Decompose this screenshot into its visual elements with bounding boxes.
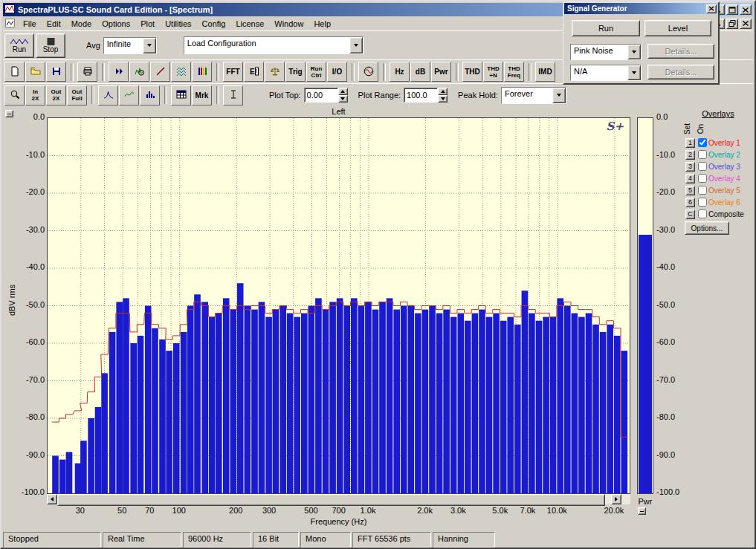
menu-window[interactable]: Window bbox=[269, 18, 308, 30]
hz-units-button[interactable]: Hz bbox=[390, 62, 410, 82]
overlay-set-button-3[interactable]: 3 bbox=[685, 162, 695, 172]
overlay-set-button-1[interactable]: 1 bbox=[685, 138, 695, 148]
waterfall-view-button[interactable] bbox=[171, 62, 191, 82]
menu-license[interactable]: License bbox=[230, 18, 269, 30]
configuration-combobox[interactable]: Load Configuration bbox=[184, 36, 364, 54]
chevron-down-icon[interactable] bbox=[627, 45, 641, 59]
menu-config[interactable]: Config bbox=[197, 18, 231, 30]
scrollbar-thumb[interactable] bbox=[57, 494, 605, 506]
power-units-button[interactable]: Pwr bbox=[431, 62, 451, 82]
generator-run-button[interactable]: Run bbox=[572, 20, 640, 36]
overlay-options-button[interactable]: Options... bbox=[685, 221, 729, 235]
new-file-button[interactable] bbox=[4, 62, 25, 82]
thd-n-button[interactable]: THD +N bbox=[483, 62, 503, 82]
fft-settings-button[interactable]: FFT bbox=[223, 62, 243, 82]
close-button[interactable] bbox=[740, 4, 752, 15]
overlay-on-checkbox-6[interactable] bbox=[698, 198, 707, 207]
open-file-button[interactable] bbox=[25, 62, 45, 82]
time-series-view-button[interactable] bbox=[109, 62, 129, 82]
spin-down-button[interactable] bbox=[338, 95, 348, 103]
chevron-down-icon[interactable] bbox=[627, 65, 641, 80]
menu-file[interactable]: File bbox=[18, 18, 42, 30]
spectrum-view-button[interactable] bbox=[129, 62, 149, 82]
plot-top-input[interactable] bbox=[304, 88, 338, 103]
chevron-down-icon[interactable] bbox=[552, 88, 566, 103]
overlay-on-checkbox-2[interactable] bbox=[698, 150, 707, 159]
menu-utilities[interactable]: Utilities bbox=[160, 18, 196, 30]
scroll-left-button[interactable] bbox=[47, 494, 57, 504]
waveform-combobox[interactable]: Pink Noise bbox=[570, 44, 642, 60]
aux-waveform-combobox[interactable]: N/A bbox=[570, 65, 642, 81]
overlay-on-checkbox-4[interactable] bbox=[698, 174, 707, 183]
data-table-button[interactable] bbox=[171, 85, 191, 105]
zoom-in-2x-button[interactable]: In 2X bbox=[25, 85, 45, 105]
toolbar-separator bbox=[216, 63, 219, 81]
chevron-down-icon[interactable] bbox=[143, 38, 156, 53]
plot-range-input[interactable] bbox=[404, 88, 438, 103]
db-units-button[interactable]: dB bbox=[410, 62, 430, 82]
menu-plot[interactable]: Plot bbox=[135, 18, 160, 30]
y-tick: -80.0 bbox=[656, 412, 692, 421]
overlay-label: Overlay 3 bbox=[708, 163, 740, 171]
io-device-button[interactable]: I/O bbox=[327, 62, 347, 82]
overlay-set-button-4[interactable]: 4 bbox=[685, 174, 695, 183]
overlay-set-button-2[interactable]: 2 bbox=[685, 150, 695, 160]
mdi-close-button[interactable] bbox=[740, 19, 752, 29]
spin-up-button[interactable] bbox=[438, 88, 448, 95]
run-button[interactable]: Run bbox=[4, 33, 34, 58]
signal-generator-titlebar[interactable]: Signal Generator bbox=[564, 3, 718, 14]
spectrum-plot[interactable]: S+ bbox=[47, 117, 630, 494]
averaging-combobox[interactable]: Infinite bbox=[103, 37, 157, 54]
calibration-button[interactable] bbox=[265, 62, 285, 82]
generator-level-button[interactable]: Level bbox=[644, 20, 711, 36]
overlay-set-button-C[interactable]: C bbox=[685, 209, 695, 219]
line-plot-button[interactable] bbox=[119, 85, 139, 105]
trigger-button[interactable]: Trig bbox=[285, 62, 306, 82]
phase-view-button[interactable] bbox=[150, 62, 170, 82]
menu-options[interactable]: Options bbox=[97, 18, 135, 30]
overlay-on-checkbox-3[interactable] bbox=[698, 162, 707, 171]
overlay-on-checkbox-1[interactable] bbox=[698, 138, 707, 147]
overlay-on-checkbox-5[interactable] bbox=[698, 186, 707, 195]
zoom-button[interactable] bbox=[4, 85, 25, 105]
document-icon[interactable] bbox=[5, 19, 15, 29]
chevron-down-icon[interactable] bbox=[349, 37, 363, 53]
signal-generator-button[interactable] bbox=[358, 62, 378, 82]
waveform-details-button[interactable]: Details... bbox=[647, 44, 714, 59]
imd-button[interactable]: IMD bbox=[535, 62, 555, 82]
stop-button[interactable]: Stop bbox=[36, 33, 65, 58]
aux-details-button[interactable]: Details... bbox=[647, 65, 714, 79]
maximize-button[interactable] bbox=[726, 4, 738, 15]
pane-toggle-button[interactable] bbox=[638, 507, 646, 515]
narrowband-plot-button[interactable] bbox=[98, 85, 118, 105]
overlay-set-button-5[interactable]: 5 bbox=[685, 186, 695, 195]
spectrogram-view-button[interactable] bbox=[192, 62, 212, 82]
close-icon bbox=[742, 7, 749, 13]
overlay-set-button-6[interactable]: 6 bbox=[685, 198, 695, 207]
print-button[interactable] bbox=[77, 62, 97, 82]
scaling-button[interactable]: E bbox=[244, 62, 264, 82]
spin-up-button[interactable] bbox=[338, 88, 348, 95]
scrollbar-track[interactable] bbox=[605, 494, 611, 504]
toolbar-separator bbox=[71, 63, 74, 81]
spin-down-button[interactable] bbox=[438, 95, 448, 103]
run-control-button[interactable]: Run Ctrl bbox=[306, 62, 326, 82]
thd-freq-button[interactable]: THD Freq bbox=[504, 62, 524, 82]
mdi-restore-button[interactable] bbox=[726, 19, 738, 29]
menu-help[interactable]: Help bbox=[308, 18, 336, 30]
menu-edit[interactable]: Edit bbox=[42, 18, 66, 30]
marker-button[interactable]: Mrk bbox=[192, 85, 212, 105]
thd-button[interactable]: THD bbox=[462, 62, 482, 82]
cursor-marker-button[interactable] bbox=[223, 85, 243, 105]
overlay-on-checkbox-C[interactable] bbox=[698, 209, 707, 218]
peak-hold-combobox[interactable]: Forever bbox=[501, 87, 566, 104]
horizontal-scrollbar[interactable] bbox=[47, 494, 630, 504]
zoom-out-full-button[interactable]: Out Full bbox=[67, 85, 87, 105]
scroll-right-button[interactable] bbox=[611, 494, 621, 504]
zoom-out-2x-button[interactable]: Out 2X bbox=[46, 85, 66, 105]
bar-plot-button[interactable] bbox=[140, 85, 160, 105]
overlay-rows: 1Overlay 12Overlay 23Overlay 34Overlay 4… bbox=[685, 137, 756, 220]
menu-mode[interactable]: Mode bbox=[66, 18, 97, 30]
dialog-close-button[interactable] bbox=[706, 4, 717, 13]
save-file-button[interactable] bbox=[46, 62, 66, 82]
